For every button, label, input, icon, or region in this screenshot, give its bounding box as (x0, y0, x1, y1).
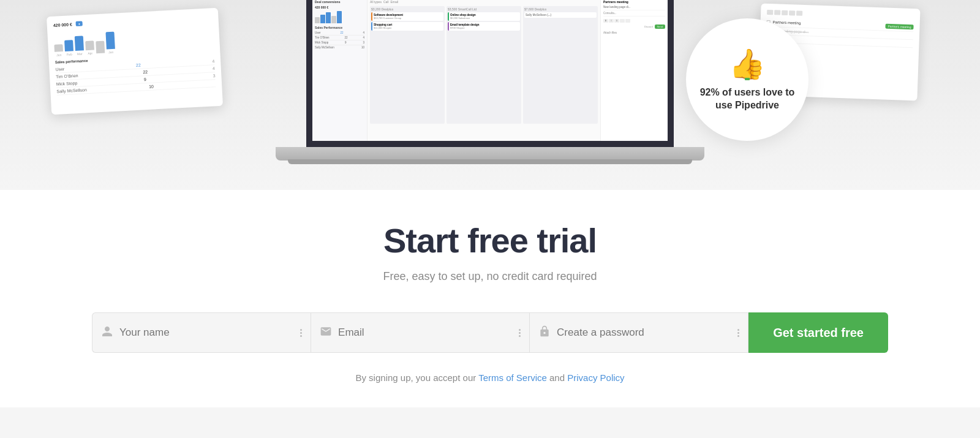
page-subtitle: Free, easy to set up, no credit card req… (383, 270, 597, 283)
privacy-policy-link[interactable]: Privacy Policy (567, 372, 624, 383)
password-input[interactable] (557, 327, 731, 339)
signup-form: Get started free (92, 312, 888, 353)
password-field-container (529, 312, 748, 353)
person-icon (101, 325, 113, 341)
social-proof-circle: 👍 92% of users love touse Pipedrive (686, 18, 809, 141)
email-field-container (311, 312, 529, 353)
email-icon (320, 325, 332, 341)
thumbs-up-icon: 👍 (729, 47, 766, 81)
name-field-container (92, 312, 311, 353)
email-input[interactable] (338, 327, 513, 339)
terms-text: By signing up, you accept our Terms of S… (355, 372, 624, 383)
registration-section: Start free trial Free, easy to set up, n… (0, 190, 980, 407)
hero-section: 420 000 € ● Jan Feb Mar Apr (0, 0, 980, 190)
more-options-icon (300, 329, 302, 337)
social-proof-text: 92% of users love touse Pipedrive (700, 86, 795, 112)
name-input[interactable] (119, 327, 294, 339)
more-options-icon (737, 329, 739, 337)
fc-chart: Jan Feb Mar Apr Jun (53, 24, 214, 57)
lock-icon (538, 325, 551, 341)
page-title: Start free trial (383, 221, 597, 260)
floating-card-left: 420 000 € ● Jan Feb Mar Apr (47, 8, 223, 115)
laptop-mockup: Deal conversions 420 000 € Sales Perform… (276, 0, 704, 190)
get-started-button[interactable]: Get started free (748, 312, 888, 353)
more-options-icon (519, 329, 521, 337)
terms-of-service-link[interactable]: Terms of Service (478, 372, 547, 383)
